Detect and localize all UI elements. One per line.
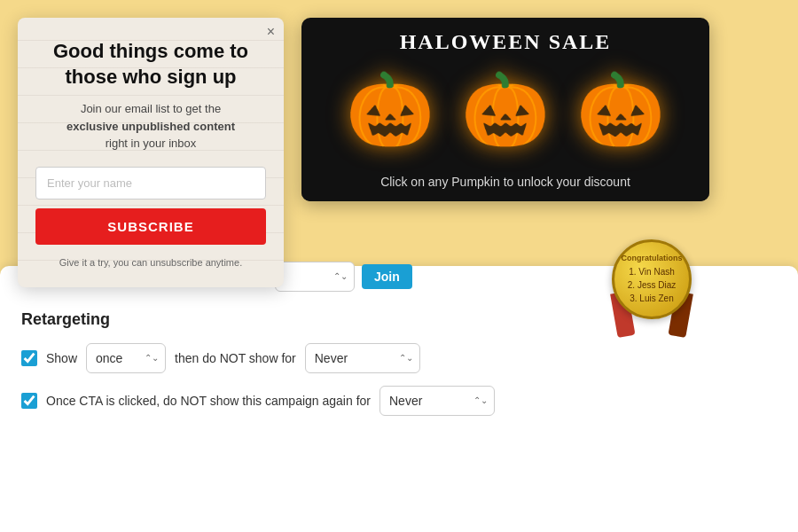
top-select[interactable] bbox=[275, 262, 355, 292]
halloween-title: HALOWEEN SALE bbox=[301, 18, 709, 61]
close-button[interactable]: × bbox=[267, 25, 275, 39]
show-label: Show bbox=[46, 351, 77, 365]
never-select-wrapper-1: Never 1 day 1 week bbox=[305, 343, 420, 373]
never-select-1[interactable]: Never 1 day 1 week bbox=[305, 343, 420, 373]
popup-footnote: Give it a try, you can unsubscribe anyti… bbox=[35, 255, 266, 270]
pumpkins-row: 🎃 🎃 🎃 bbox=[301, 61, 709, 168]
retargeting-row-2: Once CTA is clicked, do NOT show this ca… bbox=[21, 386, 777, 416]
top-select-wrapper bbox=[275, 262, 355, 292]
then-label: then do NOT show for bbox=[175, 351, 296, 365]
never-select-2[interactable]: Never 1 day 1 week bbox=[379, 386, 495, 416]
subscribe-button[interactable]: SUBSCRIBE bbox=[35, 208, 266, 245]
medal-badge: Congratulations 1. Vin Nash 2. Jess Diaz… bbox=[603, 239, 700, 337]
pumpkin-3[interactable]: 🎃 bbox=[567, 61, 674, 159]
signup-popup: × Good things come to those who sign up … bbox=[18, 18, 284, 287]
join-button[interactable]: Join bbox=[362, 264, 412, 289]
never-select-wrapper-2: Never 1 day 1 week bbox=[379, 386, 495, 416]
medal-winner-1: 1. Vin Nash bbox=[629, 265, 675, 278]
cta-checkbox[interactable] bbox=[21, 393, 37, 409]
frequency-select-wrapper: once twice 3 times bbox=[86, 343, 166, 373]
halloween-banner: HALOWEEN SALE 🎃 🎃 🎃 Click on any Pumpkin… bbox=[301, 18, 709, 201]
halloween-cta: Click on any Pumpkin to unlock your disc… bbox=[301, 168, 709, 201]
pumpkin-1[interactable]: 🎃 bbox=[337, 61, 443, 159]
medal-winner-2: 2. Jess Diaz bbox=[628, 278, 676, 292]
show-checkbox[interactable] bbox=[21, 350, 37, 366]
medal-congrats: Congratulations bbox=[622, 254, 683, 262]
name-input[interactable] bbox=[35, 167, 266, 200]
medal-circle: Congratulations 1. Vin Nash 2. Jess Diaz… bbox=[612, 239, 692, 319]
popup-subtitle: Join our email list to get the exclusive… bbox=[35, 100, 266, 153]
pumpkin-2[interactable]: 🎃 bbox=[452, 61, 559, 159]
medal-winner-3: 3. Luis Zen bbox=[630, 292, 673, 305]
popup-heading: Good things come to those who sign up bbox=[35, 39, 266, 90]
retargeting-row-1: Show once twice 3 times then do NOT show… bbox=[21, 343, 777, 373]
cta-label: Once CTA is clicked, do NOT show this ca… bbox=[46, 394, 371, 408]
frequency-select[interactable]: once twice 3 times bbox=[86, 343, 166, 373]
